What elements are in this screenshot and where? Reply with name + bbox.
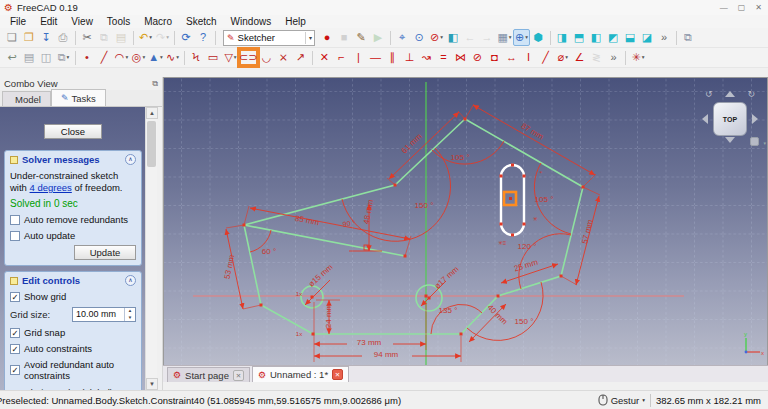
nav-left-arrow[interactable]	[702, 114, 708, 124]
checkbox-row[interactable]: ✓Grid snap	[10, 327, 136, 338]
constrain-horizontal[interactable]: —	[367, 49, 384, 66]
view-left[interactable]: ◪	[639, 29, 656, 46]
combo-view-tab[interactable]: ✎Tasks	[51, 89, 106, 106]
collapse-icon[interactable]: ∧	[125, 154, 136, 165]
float-panel-icon[interactable]: ⧉	[152, 79, 158, 89]
dimension-label[interactable]: ✳≡	[498, 239, 507, 247]
checkbox-row[interactable]: ✓Avoid redundant auto constraints	[10, 359, 136, 381]
print-document[interactable]: ⎙	[55, 29, 72, 46]
undo[interactable]: ↶▾	[137, 29, 154, 46]
dimension-label[interactable]: 60 °	[262, 248, 276, 256]
combo-view-tab[interactable]: Model	[2, 91, 51, 106]
scroll-up-icon[interactable]: ▲	[146, 107, 158, 119]
nav-cube-face[interactable]: TOP	[713, 102, 747, 136]
constrain-v-distance[interactable]: I	[520, 49, 537, 66]
checkbox[interactable]: ✓	[10, 292, 20, 302]
constrain-symmetric[interactable]: ⋈	[452, 49, 469, 66]
close-tab-icon[interactable]: ✕	[332, 369, 343, 380]
view-rear[interactable]: ◩	[605, 29, 622, 46]
nav-up-arrow[interactable]	[725, 91, 735, 97]
new-sketch[interactable]: ⧉	[680, 29, 697, 46]
checkbox[interactable]: ✓	[10, 344, 20, 354]
external-geometry[interactable]: ↗	[292, 49, 309, 66]
constrain-coincident[interactable]: ✕	[316, 49, 333, 66]
3d-view[interactable]: 85 mm90 °48 mm61 mm87 mm105 °150 °105 °5…	[163, 77, 768, 365]
trim-edge[interactable]: ⨯	[275, 49, 292, 66]
update-button[interactable]: Update	[74, 245, 136, 260]
menu-item[interactable]: Edit	[33, 16, 64, 27]
copy[interactable]: ⧉	[96, 29, 113, 46]
checkbox[interactable]: ✓	[10, 328, 20, 338]
constrain-perpendicular[interactable]: ⊥	[401, 49, 418, 66]
close-tab-icon[interactable]: ✕	[233, 370, 244, 381]
zoom-tool[interactable]: ⊕▾	[513, 29, 530, 46]
spinner-arrows[interactable]: ▲▼	[124, 308, 135, 321]
dimension-label[interactable]: ＊	[538, 169, 544, 177]
constrain-snell[interactable]: ≷	[588, 49, 605, 66]
scroll-down-icon[interactable]: ▼	[146, 378, 158, 390]
constrain-h-distance[interactable]: ↔	[503, 49, 520, 66]
fit-all[interactable]: ⌖	[394, 29, 411, 46]
menu-item[interactable]: Tools	[100, 16, 137, 27]
panel-scrollbar[interactable]: ▲ ▼	[145, 107, 157, 390]
nav-back[interactable]: ←	[462, 29, 479, 46]
dimension-label[interactable]: 94 mm	[374, 351, 398, 359]
create-bspline[interactable]: ∿▾	[164, 49, 181, 66]
checkbox[interactable]	[10, 231, 20, 241]
create-polyline[interactable]: Ϟ	[188, 49, 205, 66]
constrain-point-on-object[interactable]: ⌐	[333, 49, 350, 66]
maximize-button[interactable]: ▢	[738, 3, 746, 13]
close-button[interactable]: ✕	[755, 3, 762, 13]
constrain-radius[interactable]: ⌀▾	[554, 49, 571, 66]
constrain-distance[interactable]: ╱	[537, 49, 554, 66]
grid-size-value[interactable]: 10.00 mm	[73, 308, 124, 321]
macro-record[interactable]: ●	[319, 29, 336, 46]
constrain-parallel[interactable]: ∥	[384, 49, 401, 66]
open-document[interactable]: ❐	[21, 29, 38, 46]
nav-mini-cube[interactable]	[750, 137, 759, 146]
whats-this[interactable]: ?	[195, 29, 212, 46]
dimension-label[interactable]: 120 °	[518, 243, 537, 251]
view-right[interactable]: ◧	[588, 29, 605, 46]
tab-unnamed[interactable]: ⚙ Unnamed : 1* ✕	[252, 366, 349, 382]
toolbar-overflow[interactable]: »	[656, 29, 673, 46]
menu-item[interactable]: File	[3, 16, 33, 27]
checkbox-row[interactable]: Auto remove redundants	[10, 214, 136, 225]
nav-forward[interactable]: →	[479, 29, 496, 46]
menu-item[interactable]: Help	[278, 16, 313, 27]
scrollbar-thumb[interactable]	[147, 121, 156, 167]
create-arc[interactable]: ◠▾	[113, 49, 130, 66]
chevron-down-icon[interactable]: ▾	[305, 32, 312, 44]
view-sketch[interactable]: ▤	[21, 49, 38, 66]
dimension-label[interactable]: 24 mm	[325, 304, 333, 328]
dimension-label[interactable]: 105 °	[535, 196, 554, 204]
menu-item[interactable]: Windows	[224, 16, 279, 27]
leave-sketch[interactable]: ↩	[4, 49, 21, 66]
navigation-style-selector[interactable]: Gestur ▾	[598, 394, 645, 406]
nav-menu-icon[interactable]: ▾	[763, 140, 766, 146]
paste[interactable]: ▤	[113, 29, 130, 46]
dimension-label[interactable]: 90 °	[342, 219, 356, 229]
view-axonometric[interactable]: ⬢	[530, 29, 547, 46]
nav-right-arrow[interactable]	[752, 114, 758, 124]
refresh[interactable]: ⟳	[178, 29, 195, 46]
zoom-selection[interactable]: ⊙	[411, 29, 428, 46]
menu-item[interactable]: Sketch	[179, 16, 224, 27]
create-conic[interactable]: ▲▾	[147, 49, 164, 66]
constrain-lock[interactable]: ◘	[486, 49, 503, 66]
map-sketch[interactable]: ⧉▾	[55, 49, 72, 66]
collapse-icon[interactable]: ∧	[125, 275, 136, 286]
draw-style[interactable]: ⊘▾	[428, 29, 445, 46]
view-group[interactable]: ▦▾	[496, 29, 513, 46]
dimension-label[interactable]: ✳	[532, 215, 537, 223]
create-polygon[interactable]: ▽▾	[222, 49, 239, 66]
macro-edit[interactable]: ✎	[353, 29, 370, 46]
new-document[interactable]: ❏	[4, 29, 21, 46]
rotate-left-icon[interactable]: ↺	[705, 89, 713, 99]
checkbox[interactable]: ✓	[10, 365, 20, 375]
checkbox-row[interactable]: ✓Auto constraints	[10, 343, 136, 354]
macro-execute[interactable]: ▶	[370, 29, 387, 46]
create-slot[interactable]: ⊂⊃	[239, 49, 258, 66]
navigation-cube[interactable]: ↺ ↻ TOP ▾	[699, 88, 761, 150]
view-front[interactable]: ◨	[554, 29, 571, 46]
